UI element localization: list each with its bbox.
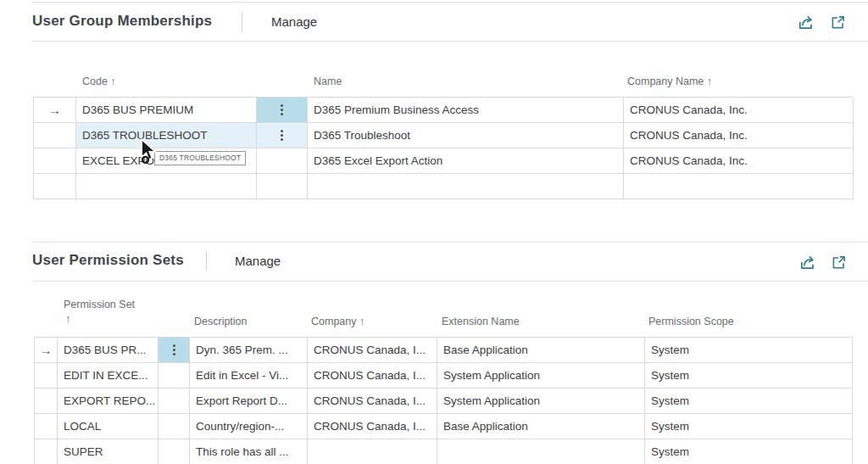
current-row-indicator-cell bbox=[35, 389, 58, 414]
row-menu-cell[interactable] bbox=[159, 414, 190, 439]
column-header-code[interactable]: Code ↑ bbox=[82, 75, 116, 87]
section-underline bbox=[32, 281, 868, 282]
scope-cell[interactable]: System bbox=[645, 338, 853, 363]
code-cell[interactable] bbox=[76, 174, 257, 199]
right-arrow-icon: → bbox=[40, 338, 53, 362]
company-cell[interactable]: CRONUS Canada, I... bbox=[308, 363, 437, 389]
extension-cell[interactable]: System Application bbox=[437, 363, 645, 389]
share-icon[interactable] bbox=[798, 252, 818, 276]
current-row-indicator-cell bbox=[34, 174, 76, 199]
header-separator bbox=[242, 12, 242, 31]
code-cell[interactable]: D365 BUS PREMIUM bbox=[76, 98, 257, 123]
row-menu-cell[interactable] bbox=[159, 363, 190, 389]
company-cell[interactable]: CRONUS Canada, Inc. bbox=[624, 98, 854, 123]
company-cell[interactable]: CRONUS Canada, I... bbox=[308, 389, 437, 414]
row-menu-cell[interactable] bbox=[159, 389, 190, 414]
current-row-indicator-cell bbox=[34, 123, 76, 148]
section-title-user-group-memberships: User Group Memberships bbox=[32, 13, 212, 30]
column-header-permission-set[interactable]: Permission Set bbox=[64, 299, 135, 310]
column-header-company[interactable]: Company ↑ bbox=[311, 316, 364, 327]
current-row-indicator-cell bbox=[34, 148, 76, 174]
extension-cell[interactable] bbox=[437, 439, 645, 464]
name-cell[interactable]: D365 Excel Export Action bbox=[308, 148, 624, 174]
extension-cell[interactable]: Base Application bbox=[437, 338, 645, 363]
description-cell[interactable]: Edit in Excel - Vi... bbox=[190, 363, 308, 389]
column-header-extension-name[interactable]: Extension Name bbox=[442, 316, 520, 327]
code-cell[interactable]: D365 TROUBLESHOOT bbox=[76, 123, 257, 148]
permission-set-cell[interactable]: EXPORT REPO... bbox=[58, 389, 159, 414]
ellipsis-icon bbox=[281, 130, 283, 132]
column-header-name[interactable]: Name bbox=[314, 75, 342, 87]
name-cell[interactable]: D365 Premium Business Access bbox=[308, 98, 624, 123]
name-cell[interactable] bbox=[308, 174, 624, 199]
column-header-permission-set-sort[interactable]: ↑ bbox=[65, 313, 70, 325]
company-cell[interactable] bbox=[624, 174, 854, 199]
scope-cell[interactable]: System bbox=[645, 389, 853, 414]
ellipsis-icon bbox=[173, 344, 175, 347]
row-menu-button[interactable] bbox=[159, 338, 190, 363]
manage-menu-button[interactable]: Manage bbox=[271, 14, 317, 29]
row-menu-cell[interactable] bbox=[257, 148, 308, 174]
section-title-user-permission-sets: User Permission Sets bbox=[32, 252, 184, 269]
row-menu-cell[interactable] bbox=[257, 174, 308, 199]
column-header-company-name[interactable]: Company Name ↑ bbox=[627, 75, 712, 87]
row-menu-button[interactable] bbox=[257, 123, 308, 148]
section-divider bbox=[32, 242, 868, 243]
user-permission-sets-table: → D365 BUS PR... Dyn. 365 Prem. ... CRON… bbox=[34, 337, 852, 464]
scope-cell[interactable]: System bbox=[645, 439, 853, 464]
current-row-indicator-cell bbox=[35, 414, 58, 439]
company-cell[interactable]: CRONUS Canada, I... bbox=[308, 414, 437, 439]
extension-cell[interactable]: Base Application bbox=[437, 414, 645, 439]
current-row-indicator-cell bbox=[35, 439, 58, 464]
column-header-description[interactable]: Description bbox=[194, 316, 248, 327]
description-cell[interactable]: Dyn. 365 Prem. ... bbox=[190, 338, 308, 363]
page: User Group Memberships Manage Code ↑ Nam… bbox=[0, 0, 868, 464]
row-menu-button[interactable] bbox=[257, 98, 308, 123]
section-underline bbox=[32, 41, 868, 42]
company-cell[interactable] bbox=[308, 439, 437, 464]
mouse-cursor bbox=[138, 138, 157, 167]
column-header-permission-scope[interactable]: Permission Scope bbox=[648, 316, 734, 327]
description-cell[interactable]: Export Report D... bbox=[190, 389, 308, 414]
company-cell[interactable]: CRONUS Canada, Inc. bbox=[624, 148, 854, 174]
description-cell[interactable]: Country/region-... bbox=[190, 414, 308, 439]
scope-cell[interactable]: System bbox=[645, 414, 853, 439]
company-cell[interactable]: CRONUS Canada, I... bbox=[308, 338, 437, 363]
extension-cell[interactable]: System Application bbox=[437, 389, 645, 414]
current-row-indicator-cell: → bbox=[34, 98, 76, 123]
open-in-new-window-icon[interactable] bbox=[829, 14, 847, 34]
description-cell[interactable]: This role has all ... bbox=[190, 439, 308, 464]
permission-set-cell[interactable]: LOCAL bbox=[58, 414, 159, 439]
header-separator bbox=[206, 251, 207, 271]
name-cell[interactable]: D365 Troubleshoot bbox=[308, 123, 624, 148]
permission-set-cell[interactable]: SUPER bbox=[58, 439, 159, 464]
manage-menu-button[interactable]: Manage bbox=[235, 254, 281, 268]
current-row-indicator-cell: → bbox=[35, 338, 58, 363]
current-row-indicator-cell bbox=[35, 363, 58, 389]
permission-set-cell[interactable]: D365 BUS PR... bbox=[58, 338, 159, 363]
scope-cell[interactable]: System bbox=[645, 363, 853, 389]
company-cell[interactable]: CRONUS Canada, Inc. bbox=[624, 123, 854, 148]
row-menu-cell[interactable] bbox=[159, 439, 190, 464]
ellipsis-icon bbox=[281, 104, 283, 107]
tooltip: D365 TROUBLESHOOT bbox=[154, 151, 246, 165]
right-arrow-icon: → bbox=[48, 98, 61, 122]
permission-set-cell[interactable]: EDIT IN EXCE... bbox=[58, 363, 159, 389]
section-divider bbox=[32, 2, 868, 3]
open-in-new-window-icon[interactable] bbox=[830, 254, 848, 274]
share-icon[interactable] bbox=[796, 12, 816, 36]
